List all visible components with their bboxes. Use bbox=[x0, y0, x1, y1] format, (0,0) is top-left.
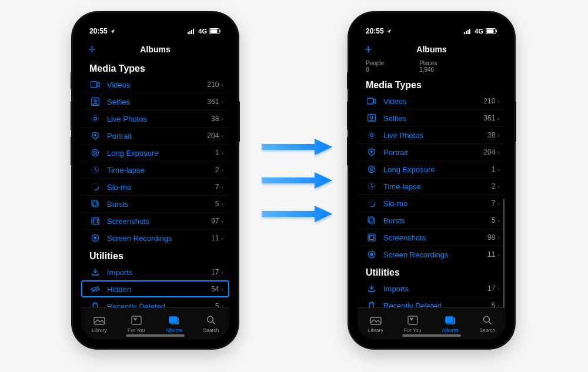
chevron-right-icon: › bbox=[221, 183, 223, 190]
tab-search[interactable]: Search bbox=[203, 314, 219, 333]
comparison-stage: 20:55 4G + Albums Media Types Videos210›… bbox=[0, 0, 588, 372]
content-left: Media Types Videos210› Selfies361› Live … bbox=[81, 59, 229, 314]
svg-rect-6 bbox=[220, 30, 221, 32]
svg-point-40 bbox=[370, 116, 373, 119]
screenrec-icon bbox=[366, 250, 377, 259]
nav-header: + Albums bbox=[81, 40, 229, 59]
svg-point-42 bbox=[368, 132, 375, 138]
tab-bar: Library For You Albums Search bbox=[358, 307, 506, 340]
row-screenrecordings[interactable]: Screen Recordings11› bbox=[358, 246, 506, 263]
row-slomo[interactable]: Slo-mo7› bbox=[81, 178, 229, 195]
livephoto-icon bbox=[89, 115, 101, 123]
svg-rect-5 bbox=[211, 29, 218, 33]
portrait-icon bbox=[89, 132, 101, 140]
svg-line-30 bbox=[212, 322, 215, 325]
row-slomo[interactable]: Slo-mo7› bbox=[358, 195, 506, 212]
chevron-right-icon: › bbox=[497, 149, 500, 156]
row-screenshots[interactable]: Screenshots98› bbox=[358, 229, 506, 246]
library-icon bbox=[370, 314, 382, 326]
svg-rect-2 bbox=[191, 30, 192, 34]
tab-foryou[interactable]: For You bbox=[128, 314, 145, 333]
add-button[interactable]: + bbox=[365, 43, 372, 56]
svg-rect-52 bbox=[370, 236, 374, 240]
row-bursts[interactable]: Bursts5› bbox=[81, 195, 229, 212]
row-portrait[interactable]: Portrait204› bbox=[81, 127, 229, 144]
clock: 20:55 bbox=[366, 27, 384, 35]
selfie-icon bbox=[366, 114, 377, 122]
bursts-icon bbox=[89, 200, 101, 208]
row-selfies[interactable]: Selfies361› bbox=[81, 93, 229, 110]
slomo-icon bbox=[366, 199, 377, 207]
tab-search[interactable]: Search bbox=[479, 314, 495, 333]
svg-rect-28 bbox=[169, 316, 178, 323]
row-screenrecordings[interactable]: Screen Recordings11› bbox=[81, 229, 229, 246]
row-timelapse[interactable]: Time-lapse2› bbox=[358, 177, 506, 195]
clock: 20:55 bbox=[89, 27, 108, 35]
row-videos[interactable]: Videos210› bbox=[358, 93, 506, 109]
svg-line-60 bbox=[489, 322, 492, 325]
chevron-right-icon: › bbox=[221, 81, 223, 88]
chevron-right-icon: › bbox=[497, 285, 500, 292]
svg-point-11 bbox=[92, 115, 98, 122]
row-timelapse[interactable]: Time-lapse2› bbox=[81, 161, 229, 178]
scrollbar[interactable] bbox=[503, 199, 505, 310]
imports-icon bbox=[366, 284, 377, 293]
row-longexposure[interactable]: Long Exposure1› bbox=[358, 160, 506, 177]
svg-point-9 bbox=[94, 100, 96, 102]
svg-rect-31 bbox=[464, 32, 465, 34]
row-livephotos[interactable]: Live Photos38› bbox=[358, 126, 506, 143]
longexposure-icon bbox=[89, 149, 101, 157]
screenshots-icon bbox=[366, 233, 377, 242]
content-right: Media Types Videos210› Selfies361› Live … bbox=[358, 75, 506, 314]
people-count: 8 bbox=[366, 66, 384, 73]
row-selfies[interactable]: Selfies361› bbox=[358, 109, 506, 126]
home-bar[interactable] bbox=[126, 334, 185, 337]
row-portrait[interactable]: Portrait204› bbox=[358, 143, 506, 160]
phone-right: 20:55 4G + Albums People8 Places1,946 Me… bbox=[349, 13, 514, 348]
row-screenshots[interactable]: Screenshots97› bbox=[81, 212, 229, 229]
row-videos[interactable]: Videos210› bbox=[81, 76, 229, 93]
chevron-right-icon: › bbox=[221, 286, 223, 293]
chevron-right-icon: › bbox=[497, 115, 500, 122]
svg-rect-38 bbox=[367, 98, 373, 104]
selfie-icon bbox=[89, 98, 101, 106]
tab-library[interactable]: Library bbox=[92, 314, 107, 333]
chevron-right-icon: › bbox=[221, 132, 223, 139]
svg-rect-32 bbox=[466, 31, 467, 34]
row-longexposure[interactable]: Long Exposure1› bbox=[81, 144, 229, 161]
page-title: Albums bbox=[140, 45, 170, 54]
utilities-header: Utilities bbox=[358, 263, 506, 280]
row-bursts[interactable]: Bursts5› bbox=[358, 212, 506, 229]
portrait-icon bbox=[366, 148, 377, 156]
tab-bar: Library For You Albums Search bbox=[81, 307, 229, 340]
svg-rect-3 bbox=[193, 29, 194, 34]
people-places-peek: People8 Places1,946 bbox=[358, 59, 506, 75]
row-livephotos[interactable]: Live Photos38› bbox=[81, 110, 229, 127]
foryou-icon bbox=[407, 314, 418, 326]
search-icon bbox=[483, 314, 492, 326]
chevron-right-icon: › bbox=[221, 98, 223, 105]
svg-rect-1 bbox=[189, 31, 191, 34]
add-button[interactable]: + bbox=[88, 43, 96, 56]
row-imports[interactable]: Imports17› bbox=[358, 280, 506, 297]
svg-rect-26 bbox=[132, 316, 141, 324]
tab-library[interactable]: Library bbox=[368, 314, 383, 333]
svg-rect-18 bbox=[93, 202, 98, 207]
svg-point-29 bbox=[207, 317, 213, 323]
video-icon bbox=[89, 81, 101, 88]
utilities-header: Utilities bbox=[81, 246, 229, 264]
chevron-right-icon: › bbox=[497, 183, 500, 190]
svg-rect-55 bbox=[370, 317, 381, 324]
row-hidden[interactable]: Hidden54› bbox=[81, 280, 229, 297]
tab-foryou[interactable]: For You bbox=[404, 314, 421, 333]
people-label: People bbox=[366, 60, 384, 66]
home-bar[interactable] bbox=[402, 334, 461, 337]
svg-rect-51 bbox=[368, 234, 375, 241]
timelapse-icon bbox=[89, 166, 101, 174]
tab-albums[interactable]: Albums bbox=[166, 314, 182, 333]
row-imports[interactable]: Imports17› bbox=[81, 264, 229, 280]
battery-icon bbox=[209, 28, 221, 34]
location-icon bbox=[110, 29, 115, 34]
chevron-right-icon: › bbox=[221, 200, 223, 207]
tab-albums[interactable]: Albums bbox=[442, 314, 459, 333]
